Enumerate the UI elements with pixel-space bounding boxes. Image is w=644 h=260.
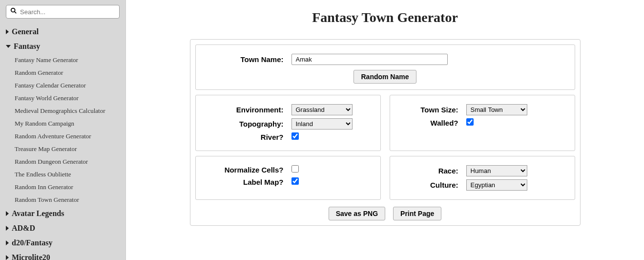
environment-label: Environment: [204, 106, 291, 114]
town-name-input[interactable] [291, 54, 448, 65]
environment-select[interactable]: Grassland [291, 104, 353, 115]
nav-item-treasure-map-generator[interactable]: Treasure Map Generator [15, 143, 120, 155]
chevron-right-icon [6, 226, 9, 231]
river-label: River? [204, 133, 291, 141]
chevron-right-icon [6, 29, 9, 34]
race-select[interactable]: Human [466, 165, 527, 176]
footer-buttons: Save as PNG Print Page [195, 207, 575, 220]
chevron-right-icon [6, 211, 9, 216]
nav-item-fantasy-world-generator[interactable]: Fantasy World Generator [15, 92, 120, 105]
walled-checkbox[interactable] [466, 118, 474, 126]
river-checkbox[interactable] [291, 132, 299, 140]
form-panel: Town Name: Random Name Environment: Gras… [190, 39, 581, 226]
svg-line-1 [15, 12, 17, 14]
nav-item-random-town-generator[interactable]: Random Town Generator [15, 194, 120, 206]
nav-category-label: Microlite20 [12, 253, 50, 260]
nav-category-avatar-legends[interactable]: Avatar Legends [6, 206, 120, 221]
nav-category-d20-fantasy[interactable]: d20/Fantasy [6, 236, 120, 250]
sidebar: GeneralFantasyFantasy Name GeneratorRand… [0, 0, 126, 260]
nav-category-fantasy[interactable]: Fantasy [6, 39, 120, 54]
nav-category-label: d20/Fantasy [12, 238, 53, 247]
nav-item-random-inn-generator[interactable]: Random Inn Generator [15, 181, 120, 194]
chevron-right-icon [6, 255, 9, 260]
nav-category-general[interactable]: General [6, 24, 120, 39]
svg-point-0 [11, 8, 15, 12]
nav-item-random-adventure-generator[interactable]: Random Adventure Generator [15, 130, 120, 143]
nav-item-fantasy-name-generator[interactable]: Fantasy Name Generator [15, 54, 120, 66]
size-card: Town Size: Small Town Walled? [390, 95, 575, 151]
inhabitants-card: Race: Human Culture: Egyptian [390, 156, 575, 200]
nav-category-label: AD&D [12, 224, 35, 233]
save-png-button[interactable]: Save as PNG [329, 207, 385, 220]
nav-category-ad-d[interactable]: AD&D [6, 221, 120, 236]
chevron-right-icon [6, 240, 9, 245]
nav-item-fantasy-calendar-generator[interactable]: Fantasy Calendar Generator [15, 79, 120, 92]
town-size-select[interactable]: Small Town [466, 104, 527, 115]
topography-select[interactable]: Inland [291, 118, 353, 130]
search-box[interactable] [6, 5, 120, 19]
label-map-checkbox[interactable] [291, 177, 299, 185]
normalize-checkbox[interactable] [291, 165, 299, 173]
town-size-label: Town Size: [398, 106, 466, 114]
nav-category-microlite20[interactable]: Microlite20 [6, 250, 120, 260]
nav-category-label: Avatar Legends [12, 209, 64, 218]
nav-category-label: General [12, 27, 39, 36]
page-title: Fantasy Town Generator [145, 10, 624, 25]
search-input[interactable] [20, 8, 115, 16]
nav-item-the-endless-oubliette[interactable]: The Endless Oubliette [15, 168, 120, 181]
nav-item-random-generator[interactable]: Random Generator [15, 66, 120, 79]
main-content: Fantasy Town Generator Town Name: Random… [126, 0, 644, 260]
culture-label: Culture: [398, 181, 466, 189]
nav-category-label: Fantasy [14, 42, 40, 51]
town-name-card: Town Name: Random Name [195, 44, 575, 90]
nav-item-my-random-campaign[interactable]: My Random Campaign [15, 117, 120, 130]
chevron-down-icon [6, 45, 11, 48]
search-icon [10, 7, 17, 16]
topography-label: Topography: [204, 120, 291, 128]
random-name-button[interactable]: Random Name [353, 70, 416, 84]
race-label: Race: [398, 167, 466, 175]
nav-item-medieval-demographics-calculator[interactable]: Medieval Demographics Calculator [15, 105, 120, 117]
print-page-button[interactable]: Print Page [393, 207, 441, 220]
culture-select[interactable]: Egyptian [466, 179, 527, 191]
normalize-label: Normalize Cells? [204, 166, 291, 174]
map-options-card: Normalize Cells? Label Map? [195, 156, 381, 200]
label-map-label: Label Map? [204, 178, 291, 186]
nav-sublist: Fantasy Name GeneratorRandom GeneratorFa… [6, 54, 120, 206]
environment-card: Environment: Grassland Topography: Inlan… [195, 95, 381, 151]
town-name-label: Town Name: [204, 55, 291, 64]
nav-item-random-dungeon-generator[interactable]: Random Dungeon Generator [15, 155, 120, 168]
walled-label: Walled? [398, 119, 466, 127]
